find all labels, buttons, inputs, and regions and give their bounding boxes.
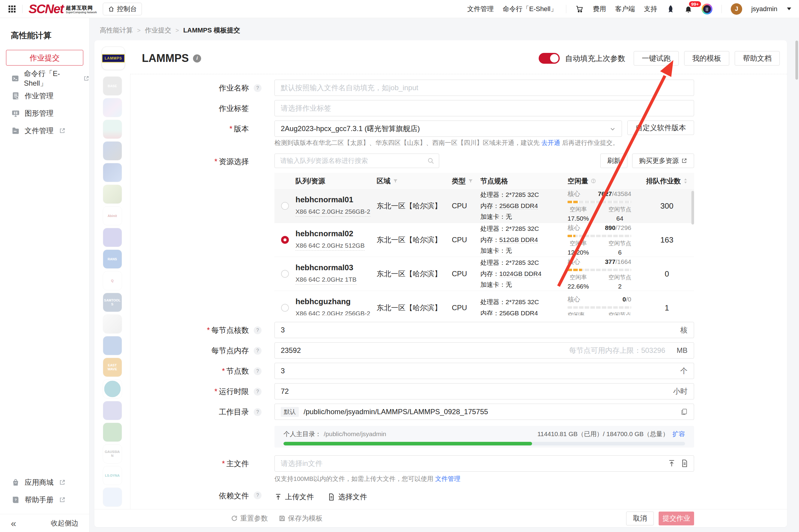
help-icon[interactable]: ?	[254, 326, 262, 334]
app-icon[interactable]	[103, 379, 122, 399]
help-icon[interactable]: ?	[254, 347, 262, 355]
nodes-input[interactable]	[274, 363, 694, 379]
app-icon[interactable]: Q	[103, 271, 122, 290]
job-tag-input[interactable]	[274, 100, 694, 116]
refresh-button[interactable]: 刷新	[600, 154, 627, 168]
table-scrollbar-thumb[interactable]	[691, 191, 694, 225]
sidebar-item-graphics-management[interactable]: 图形管理	[0, 104, 89, 122]
app-icon[interactable]	[103, 98, 122, 117]
help-icon[interactable]: ?	[254, 491, 262, 499]
help-icon[interactable]: ?	[254, 84, 262, 92]
app-icon[interactable]: LS-DYNA	[103, 466, 122, 485]
folder-open-icon[interactable]	[681, 408, 688, 415]
file-manager-link[interactable]: 文件管理	[435, 475, 460, 482]
nav-file-manager[interactable]: 文件管理	[467, 4, 494, 14]
app-icon[interactable]	[103, 163, 122, 182]
help-icon[interactable]: ?	[254, 388, 262, 396]
app-icon[interactable]	[103, 401, 122, 420]
app-icon[interactable]: SAMTOOLS	[103, 293, 122, 312]
filter-icon[interactable]	[393, 178, 398, 184]
app-icon[interactable]: EAST WAVE	[103, 358, 122, 377]
help-icon[interactable]: ?	[254, 367, 262, 375]
sidebar-collapse-bar[interactable]: « 收起侧边	[0, 514, 89, 532]
sidebar-item-help-manual[interactable]: ? 帮助手册	[0, 491, 89, 509]
radio-unselected[interactable]	[281, 202, 289, 210]
quick-trial-button[interactable]: 一键试跑	[634, 51, 679, 65]
app-icon[interactable]	[103, 423, 122, 442]
ai-assistant-icon[interactable]: ||	[702, 4, 712, 15]
app-icon[interactable]	[103, 315, 122, 334]
app-icon[interactable]	[103, 336, 122, 355]
nav-client[interactable]: 客户端	[615, 4, 635, 14]
question-circle-icon[interactable]	[591, 178, 596, 184]
upload-file-button[interactable]: 上传文件	[274, 492, 314, 502]
app-icon[interactable]	[103, 185, 122, 204]
workdir-input[interactable]: 默认 /public/home/jsyadmin/LAMMPS/LAMMPS_0…	[274, 404, 694, 420]
apps-grid-icon[interactable]	[8, 5, 16, 13]
custom-version-button[interactable]: 自定义软件版本	[627, 120, 694, 135]
app-icon[interactable]	[103, 228, 122, 247]
avatar[interactable]: J	[731, 3, 742, 15]
cores-per-node-input[interactable]	[274, 322, 694, 338]
cart-icon[interactable]	[575, 5, 584, 13]
app-icon[interactable]: BASE	[103, 76, 122, 96]
radio-unselected[interactable]	[281, 270, 289, 278]
resource-search-input[interactable]	[274, 154, 439, 168]
walltime-input[interactable]	[274, 383, 694, 399]
breadcrumb-hpc[interactable]: 高性能计算	[100, 26, 133, 35]
mem-per-node-input[interactable]	[274, 342, 694, 359]
resource-row-hebhcnormal03[interactable]: hebhcnormal03 X86 64C 2.0GHz 1TB 东北一区【哈尔…	[274, 257, 694, 291]
rocket-icon[interactable]	[666, 4, 675, 14]
resource-row-hebhcnormal01[interactable]: hebhcnormal01 X86 64C 2.0GHz 256GB-2 东北一…	[274, 189, 694, 223]
app-icon[interactable]	[103, 120, 122, 139]
folder-icon	[12, 127, 20, 135]
app-icon[interactable]: Abinit	[103, 206, 122, 225]
resource-row-hebhcnormal02[interactable]: hebhcnormal02 X86 64C 2.0GHz 512GB 东北一区【…	[274, 223, 694, 257]
resource-row-hebhcguzhang[interactable]: hebhcguzhang X86 64C 2.0GHz 256GB-2 东北一区…	[274, 291, 694, 315]
radio-unselected[interactable]	[281, 304, 289, 312]
expand-storage-link[interactable]: 扩容	[672, 430, 685, 438]
brand-word: SCNet	[28, 3, 63, 15]
walltime-label: 运行时限	[131, 386, 249, 396]
upload-icon[interactable]	[668, 459, 676, 468]
app-icon[interactable]: RANS	[103, 249, 122, 269]
sidebar-item-app-store[interactable]: 应用商城	[0, 474, 89, 491]
sort-icon[interactable]	[683, 178, 688, 184]
radio-selected[interactable]	[281, 236, 289, 244]
console-button[interactable]: 控制台	[103, 3, 142, 15]
version-select[interactable]: 2Aug2023-hpcx_gcc7.3.1 (曙光智算旗舰店)	[274, 120, 622, 137]
filter-icon[interactable]	[468, 178, 473, 184]
sidebar-item-file-management[interactable]: 文件管理	[0, 122, 89, 139]
submit-job-button[interactable]: 提交作业	[659, 512, 694, 526]
user-caret-down-icon[interactable]	[787, 7, 791, 10]
save-template-button[interactable]: 保存为模板	[279, 514, 323, 523]
info-icon[interactable]: i	[193, 54, 201, 62]
app-icon[interactable]	[103, 488, 122, 507]
scnet-logo[interactable]: SCNet 超算互联网 SuperComputing Network	[28, 3, 97, 15]
job-name-input[interactable]	[274, 80, 694, 96]
help-icon[interactable]: ?	[254, 408, 262, 416]
my-templates-button[interactable]: 我的模板	[684, 51, 729, 65]
buy-more-button[interactable]: 购买更多资源	[632, 154, 694, 168]
page-scrollbar-thumb[interactable]	[795, 41, 798, 80]
breadcrumb-job-submit[interactable]: 作业提交	[145, 26, 171, 35]
sidebar-item-job-management[interactable]: 作业管理	[0, 87, 89, 104]
open-region-link[interactable]: 去开通	[541, 139, 560, 146]
nav-eshell[interactable]: 命令行「E-Shell」	[502, 4, 557, 14]
autofill-toggle[interactable]	[539, 53, 560, 64]
main-file-input[interactable]	[274, 455, 694, 472]
sidebar-job-submit-button[interactable]: 作业提交	[6, 50, 83, 65]
help-docs-button[interactable]: 帮助文档	[735, 51, 780, 65]
notifications-bell-icon[interactable]: 99+	[684, 5, 692, 13]
username[interactable]: jsyadmin	[751, 5, 777, 13]
cancel-button[interactable]: 取消	[626, 512, 654, 526]
app-icon[interactable]: GAUSSIAN	[103, 444, 122, 463]
sidebar-item-eshell[interactable]: 命令行「E-Shell」	[0, 70, 89, 87]
nav-support[interactable]: 支持	[644, 4, 657, 14]
choose-file-button[interactable]: 选择文件	[328, 492, 367, 502]
home-icon	[108, 6, 115, 12]
file-select-icon[interactable]	[681, 459, 689, 468]
app-icon[interactable]	[103, 141, 122, 160]
reset-params-button[interactable]: 重置参数	[231, 514, 268, 523]
nav-fee[interactable]: 费用	[593, 4, 606, 14]
